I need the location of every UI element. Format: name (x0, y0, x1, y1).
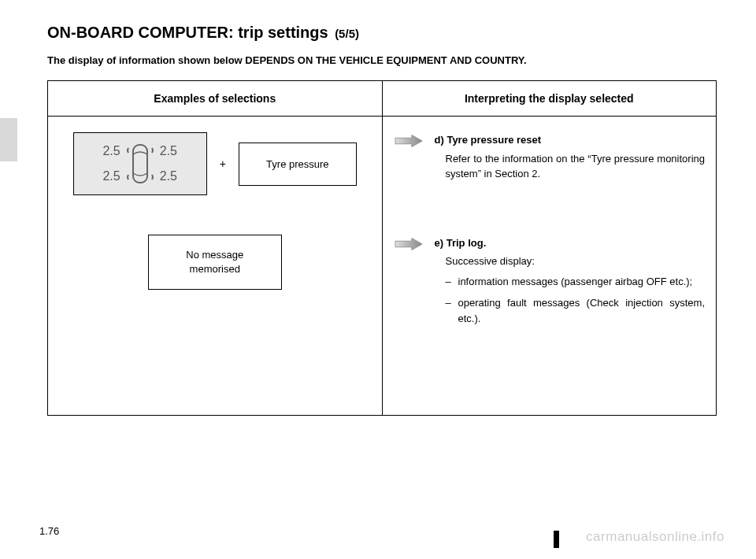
entry-e-sub: Successive display: (435, 254, 706, 269)
no-message-line1: No message (186, 248, 243, 262)
entry-e-prefix: e) (435, 237, 444, 249)
svg-marker-1 (395, 135, 421, 146)
tyre-fl: 2.5 (102, 144, 120, 158)
tyre-values-left: 2.5 2.5 (102, 144, 120, 183)
no-message-line2: memorised (190, 262, 240, 276)
tyre-pressure-label: Tyre pressure (266, 158, 328, 170)
tyre-pressure-label-box: Tyre pressure (239, 143, 357, 186)
tyre-pressure-example: 2.5 2.5 (59, 132, 371, 195)
arrow-right-icon (394, 134, 424, 148)
side-tab (0, 118, 17, 161)
entry-d-prefix: d) (435, 134, 444, 146)
entry-e-text: e) Trip log. Successive display: informa… (435, 235, 706, 333)
entry-d-body: Refer to the information on the “Tyre pr… (435, 151, 706, 182)
no-message-box: No message memorised (148, 235, 282, 290)
svg-marker-2 (395, 238, 421, 250)
entry-e-bullets: information messages (passenger airbag O… (435, 274, 706, 327)
settings-table: Examples of selections Interpreting the … (47, 80, 717, 416)
page-marker (554, 531, 559, 548)
watermark: carmanualsonline.info (586, 529, 724, 545)
entry-e-heading: Trip log. (447, 237, 487, 249)
examples-cell: 2.5 2.5 (48, 117, 383, 416)
equipment-note: The display of information shown below D… (47, 54, 717, 66)
arrow-e (394, 235, 425, 333)
car-top-icon (125, 140, 155, 187)
tyre-display-box: 2.5 2.5 (73, 132, 207, 195)
tyre-fr: 2.5 (160, 144, 177, 158)
col-header-examples: Examples of selections (48, 81, 383, 117)
tyre-rr: 2.5 (160, 169, 177, 183)
page-content: ON-BOARD COMPUTER: trip settings (5/5) T… (0, 0, 756, 416)
arrow-d (394, 132, 425, 182)
entry-d-heading: Tyre pressure reset (447, 134, 541, 146)
page-number: 1.76 (39, 525, 59, 537)
tyre-rl: 2.5 (102, 169, 120, 183)
entry-e: e) Trip log. Successive display: informa… (394, 235, 706, 333)
page-title-part: (5/5) (335, 27, 359, 40)
entry-d-text: d) Tyre pressure reset Refer to the info… (435, 132, 706, 182)
svg-rect-0 (133, 145, 147, 183)
interpreting-cell: d) Tyre pressure reset Refer to the info… (382, 117, 717, 416)
page-title: ON-BOARD COMPUTER: trip settings (47, 24, 328, 41)
plus-sign: + (220, 157, 226, 170)
tyre-values-right: 2.5 2.5 (160, 144, 177, 183)
bullet-item: operating fault messages (Check injectio… (446, 295, 706, 326)
col-header-interpreting: Interpreting the display selected (382, 81, 717, 117)
bullet-item: information messages (passenger airbag O… (446, 274, 706, 290)
entry-d: d) Tyre pressure reset Refer to the info… (394, 132, 706, 182)
arrow-right-icon (394, 237, 424, 251)
page-title-row: ON-BOARD COMPUTER: trip settings (5/5) (47, 24, 717, 42)
